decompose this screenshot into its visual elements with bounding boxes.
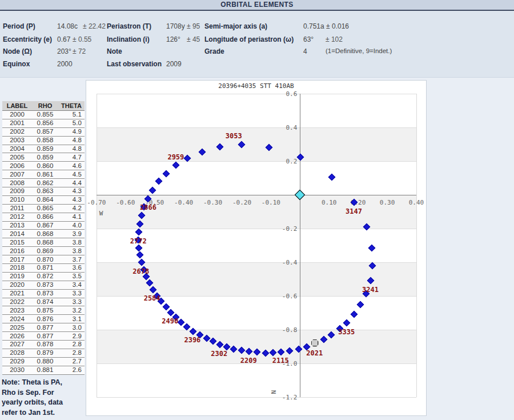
grid-line bbox=[97, 397, 416, 398]
table-cell: 2026 bbox=[2, 332, 32, 341]
table-cell: 0.868 bbox=[32, 230, 58, 238]
table-cell: 2025 bbox=[2, 323, 32, 332]
table-cell: 3.7 bbox=[58, 255, 85, 264]
longitude-of-periastron-error: ± 102 bbox=[326, 35, 343, 43]
table-row: 20150.8683.8 bbox=[2, 238, 85, 247]
grid-line bbox=[97, 330, 416, 330]
eccentricity-value: 0.67 bbox=[57, 35, 70, 43]
orbit-point bbox=[350, 311, 358, 318]
y-tick-label: 0.2 bbox=[286, 158, 297, 165]
table-cell: 2.8 bbox=[58, 349, 85, 357]
table-cell: 0.863 bbox=[32, 187, 58, 196]
epoch-label: 2678 bbox=[132, 267, 149, 275]
node-value: 203° bbox=[57, 47, 71, 55]
current-epoch-marker bbox=[311, 339, 319, 347]
table-cell: 2023 bbox=[2, 306, 32, 315]
table-cell: 0.862 bbox=[32, 179, 58, 187]
y-tick-label: -1.2 bbox=[282, 393, 298, 401]
table-cell: 2019 bbox=[2, 272, 32, 281]
y-tick-label: 0.6 bbox=[286, 90, 297, 98]
table-cell: 2006 bbox=[2, 162, 32, 170]
table-cell: 2001 bbox=[2, 119, 32, 127]
table-cell: 0.876 bbox=[32, 315, 58, 323]
orbit-point bbox=[149, 187, 156, 194]
table-cell: 2024 bbox=[2, 315, 32, 323]
ephemeris-table-header: LABELRHOTHETA bbox=[2, 101, 85, 111]
table-cell: 0.867 bbox=[32, 221, 58, 230]
table-cell: 3.0 bbox=[58, 323, 85, 332]
footnote-line: refer to Jan 1st. bbox=[2, 408, 69, 418]
epoch-label: 2584 bbox=[144, 294, 160, 302]
table-row: 20250.8773.0 bbox=[2, 323, 85, 332]
table-cell: 3.8 bbox=[58, 238, 85, 247]
table-cell: 2.8 bbox=[58, 341, 85, 349]
orbit-point bbox=[163, 170, 170, 177]
x-tick-label: 0.40 bbox=[409, 199, 424, 206]
table-cell: 0.860 bbox=[32, 162, 58, 170]
table-cell: 2021 bbox=[2, 289, 32, 298]
footnote: Note: Theta is PA,Rho is Sep. Foryearly … bbox=[2, 378, 69, 418]
table-cell: 2028 bbox=[2, 349, 32, 357]
table-cell: 0.880 bbox=[32, 357, 58, 366]
longitude-of-periastron-value: 63° bbox=[303, 35, 314, 43]
equinox-label: Equinox bbox=[3, 60, 30, 68]
table-cell: 4.6 bbox=[58, 162, 85, 170]
table-cell: 3.9 bbox=[58, 230, 85, 238]
table-cell: 2014 bbox=[2, 230, 32, 238]
table-cell: 0.859 bbox=[32, 153, 58, 162]
table-cell: 4.0 bbox=[58, 221, 85, 230]
table-row: 20240.8763.1 bbox=[2, 315, 85, 323]
inclination-label: Inclination (i) bbox=[107, 35, 150, 43]
table-row: 20160.8693.8 bbox=[2, 247, 85, 255]
x-tick-label: -0.10 bbox=[262, 199, 280, 206]
table-cell: 2010 bbox=[2, 195, 32, 204]
y-axis-line bbox=[300, 94, 300, 397]
table-row: 20010.8565.0 bbox=[2, 119, 85, 127]
eccentricity-error: ± 0.55 bbox=[73, 35, 91, 43]
axis-direction-label: W bbox=[99, 210, 103, 217]
epoch-label: 2490 bbox=[162, 317, 178, 325]
table-row: 20080.8624.4 bbox=[2, 179, 85, 187]
table-cell: 2012 bbox=[2, 213, 32, 221]
table-cell: 4.7 bbox=[58, 153, 85, 162]
table-cell: 4.9 bbox=[58, 127, 85, 136]
table-cell: 4.1 bbox=[58, 213, 85, 221]
ephemeris-col-label: LABEL bbox=[2, 101, 32, 111]
period-error: ± 22.42 bbox=[83, 22, 106, 30]
table-row: 20020.8574.9 bbox=[2, 127, 85, 136]
x-axis-line bbox=[97, 195, 416, 195]
epoch-label: 2396 bbox=[184, 336, 200, 344]
table-row: 20120.8664.1 bbox=[2, 213, 85, 221]
table-cell: 0.864 bbox=[32, 195, 58, 204]
table-cell: 2.7 bbox=[58, 357, 85, 366]
grid-line bbox=[97, 161, 416, 162]
longitude-of-periastron-label: Longitude of periastron (ω) bbox=[204, 35, 294, 43]
table-row: 20170.8703.7 bbox=[2, 255, 85, 264]
table-cell: 2022 bbox=[2, 298, 32, 306]
table-row: 20200.8733.4 bbox=[2, 281, 85, 289]
footnote-line: Note: Theta is PA, bbox=[2, 378, 69, 388]
x-tick-label: -0.20 bbox=[232, 199, 251, 206]
grid-line bbox=[97, 127, 416, 128]
table-row: 20040.8594.8 bbox=[2, 145, 85, 153]
table-cell: 0.855 bbox=[32, 111, 58, 119]
table-row: 20280.8792.8 bbox=[2, 349, 85, 357]
table-row: 20130.8674.0 bbox=[2, 221, 85, 230]
page-title: ORBITAL ELEMENTS bbox=[220, 1, 293, 9]
table-cell: 2030 bbox=[2, 366, 32, 374]
table-cell: 2020 bbox=[2, 281, 32, 289]
table-cell: 2017 bbox=[2, 255, 32, 264]
table-cell: 0.861 bbox=[32, 170, 58, 179]
grade-label: Grade bbox=[204, 47, 224, 55]
table-cell: 4.8 bbox=[58, 145, 85, 153]
period-label: Period (P) bbox=[3, 22, 35, 30]
last-observation-value: 2009 bbox=[166, 60, 182, 68]
table-cell: 2013 bbox=[2, 221, 32, 230]
orbit-point bbox=[368, 245, 376, 252]
table-row: 20270.8782.8 bbox=[2, 341, 85, 349]
y-tick-label: 0.4 bbox=[286, 124, 297, 131]
table-row: 20050.8594.7 bbox=[2, 153, 85, 162]
periastron-error: ± 95 bbox=[187, 22, 200, 30]
table-cell: 0.859 bbox=[32, 145, 58, 153]
epoch-label: 2866 bbox=[140, 203, 156, 211]
